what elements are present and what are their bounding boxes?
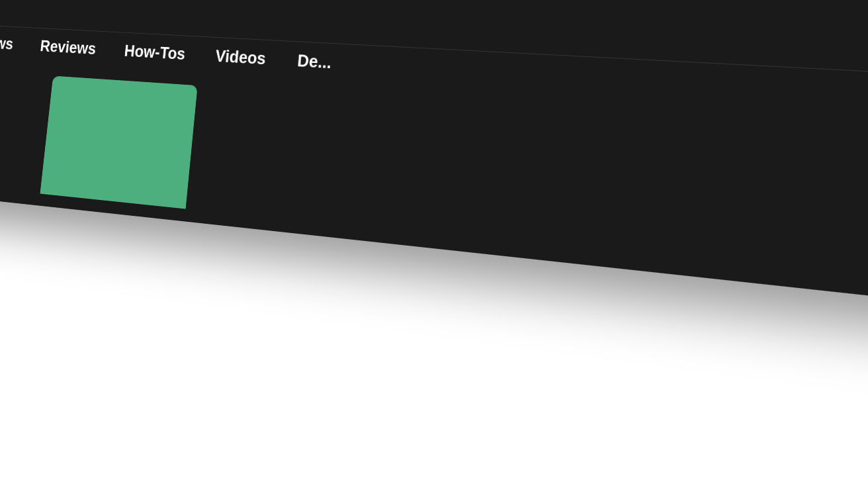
website-content: ai Apple News, Rumors, Reviews, Price...… <box>0 0 868 310</box>
nav-reviews[interactable]: Reviews <box>24 28 112 68</box>
featured-card-green <box>40 76 198 209</box>
nav-deals[interactable]: De... <box>280 41 349 83</box>
browser-window: Safari File Edit View History Bookmarks … <box>0 0 868 310</box>
screenshot-wrapper: Safari File Edit View History Bookmarks … <box>0 0 868 484</box>
nav-howtos[interactable]: How-Tos <box>108 32 202 73</box>
nav-news[interactable]: News <box>0 24 28 62</box>
nav-videos[interactable]: Videos <box>198 37 283 79</box>
